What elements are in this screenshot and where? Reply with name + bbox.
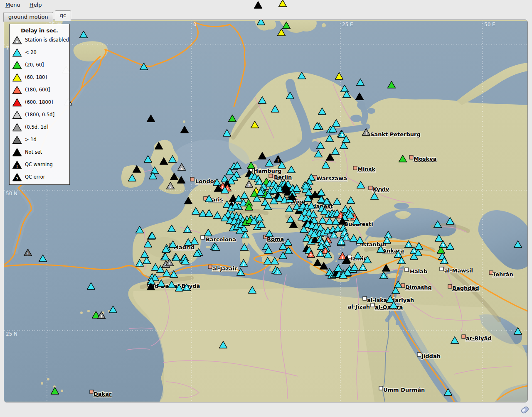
- legend-item-label: (60, 180]: [25, 74, 47, 80]
- city-marker: [353, 166, 357, 170]
- city-marker: [208, 265, 212, 269]
- city-name: Moskva: [414, 156, 437, 162]
- svg-text:!: !: [365, 132, 367, 136]
- svg-text:?: ?: [138, 262, 140, 267]
- tab-ground-motion[interactable]: ground motion: [3, 12, 53, 22]
- legend-item: (1800, 0.5d]: [10, 108, 69, 121]
- city-label: Warszawa: [313, 175, 347, 182]
- city-label: Sankt Peterburg: [370, 131, 421, 137]
- grid-label: 25 E: [342, 22, 353, 27]
- svg-text:!: !: [27, 252, 29, 256]
- svg-text:!: !: [173, 274, 175, 278]
- city-marker: [462, 335, 466, 339]
- city-label: Moskva: [409, 155, 437, 162]
- legend-triangle-icon: [12, 86, 22, 94]
- legend-item: (20, 60]: [10, 59, 69, 71]
- city-label: Baghdâd: [448, 285, 479, 291]
- city-name: Sankt Peterburg: [370, 131, 421, 137]
- legend-item-label: (0.5d, 1d]: [25, 124, 49, 130]
- svg-text:?: ?: [407, 244, 409, 248]
- city-label: al-Qahira: [375, 304, 403, 310]
- map-canvas[interactable]: 25 W025 E50 E75 N50 N25 NLondonParisHamb…: [4, 20, 527, 402]
- svg-text:!: !: [146, 260, 148, 264]
- legend-triangle-icon: [12, 135, 22, 144]
- city-name: Kyyiv: [373, 186, 389, 192]
- city-marker: [269, 174, 273, 178]
- legend-triangle-icon: [12, 61, 22, 69]
- legend-triangle-icon: ?: [12, 173, 22, 182]
- city-name: Hamburg: [254, 168, 281, 174]
- city-marker: [369, 186, 372, 190]
- city-name: Minsk: [357, 166, 375, 172]
- grid-label: 50 E: [484, 22, 495, 27]
- legend-item-label: < 20: [25, 49, 37, 55]
- svg-text:!: !: [340, 214, 342, 218]
- svg-text:?: ?: [442, 244, 444, 248]
- city-name: al-Qahira: [375, 304, 403, 310]
- city-marker: [363, 297, 367, 300]
- tab-qc[interactable]: qc: [55, 10, 71, 21]
- city-marker: [440, 267, 443, 271]
- city-marker: [379, 386, 383, 390]
- terrain: [4, 20, 527, 402]
- legend-triangle-icon: x: [12, 36, 22, 44]
- svg-text:!: !: [16, 164, 18, 168]
- city-name: Istanbul: [361, 241, 386, 248]
- legend-item: (600, 1800]: [10, 96, 69, 108]
- help-button[interactable]: Help: [26, 0, 46, 10]
- city-label: al-Jazair: [208, 265, 237, 272]
- svg-text:?: ?: [340, 240, 342, 245]
- city-name: Jiddah: [421, 353, 441, 359]
- grid-label: 25 N: [6, 331, 17, 337]
- svg-text:?: ?: [258, 181, 260, 185]
- legend-triangle-icon: [12, 110, 22, 119]
- svg-text:!: !: [277, 159, 279, 163]
- legend-item: > 1d: [10, 133, 69, 146]
- svg-text:!: !: [277, 270, 278, 275]
- legend-title: Delay in sec.: [10, 27, 69, 34]
- legend-item-label: Station is disabled: [25, 37, 69, 43]
- legend-item: Not set: [10, 146, 69, 158]
- svg-text:x: x: [169, 185, 172, 189]
- city-name: Tehrân: [493, 271, 513, 277]
- map-widget[interactable]: 25 W025 E50 E75 N50 N25 NLondonParisHamb…: [4, 20, 528, 402]
- tab-bar: ground motion qc: [3, 10, 71, 20]
- svg-text:!: !: [169, 262, 170, 266]
- legend-triangle-icon: [12, 48, 22, 57]
- grid-label: 50 N: [6, 191, 17, 196]
- city-label: Umm Durmân: [379, 386, 425, 393]
- legend-item-label: QC error: [25, 174, 45, 180]
- city-name: Barcelona: [206, 236, 236, 243]
- svg-text:?: ?: [332, 234, 335, 238]
- svg-text:?: ?: [345, 236, 347, 240]
- city-name: Warszawa: [316, 175, 347, 182]
- legend-triangle-icon: [12, 73, 22, 82]
- legend-item-label: QC warning: [25, 162, 53, 167]
- svg-text:!: !: [101, 315, 102, 319]
- legend-item-label: (600, 1800]: [25, 99, 53, 105]
- legend-item-label: (180, 600]: [25, 87, 50, 93]
- legend-item-label: (1800, 0.5d]: [25, 112, 54, 118]
- legend-triangle-icon: [12, 98, 22, 107]
- legend-item: (0.5d, 1d]: [10, 121, 69, 133]
- menu-button[interactable]: Menu: [2, 0, 24, 10]
- svg-text:?: ?: [341, 134, 343, 138]
- svg-text:?: ?: [185, 287, 187, 291]
- svg-text:?: ?: [310, 254, 312, 258]
- city-marker: [90, 390, 94, 394]
- legend-item: (180, 600]: [10, 83, 69, 96]
- city-marker: [417, 353, 421, 356]
- city-label: Dimashq: [401, 284, 432, 290]
- resize-grip-icon[interactable]: [521, 406, 530, 414]
- city-name: al-Jazair: [212, 265, 237, 272]
- legend-triangle-icon: [12, 148, 22, 157]
- city-name: al-Mawsil: [444, 267, 473, 274]
- city-name: Baghdâd: [452, 285, 479, 291]
- menu-bar: Menu Help: [0, 0, 532, 10]
- legend-item: ?QC error: [10, 171, 69, 183]
- svg-text:x: x: [180, 167, 183, 171]
- legend-item: xStation is disabled: [10, 34, 69, 46]
- legend-triangle-icon: !: [12, 160, 22, 169]
- city-name: Berlin: [274, 174, 292, 180]
- svg-text:!: !: [401, 260, 402, 264]
